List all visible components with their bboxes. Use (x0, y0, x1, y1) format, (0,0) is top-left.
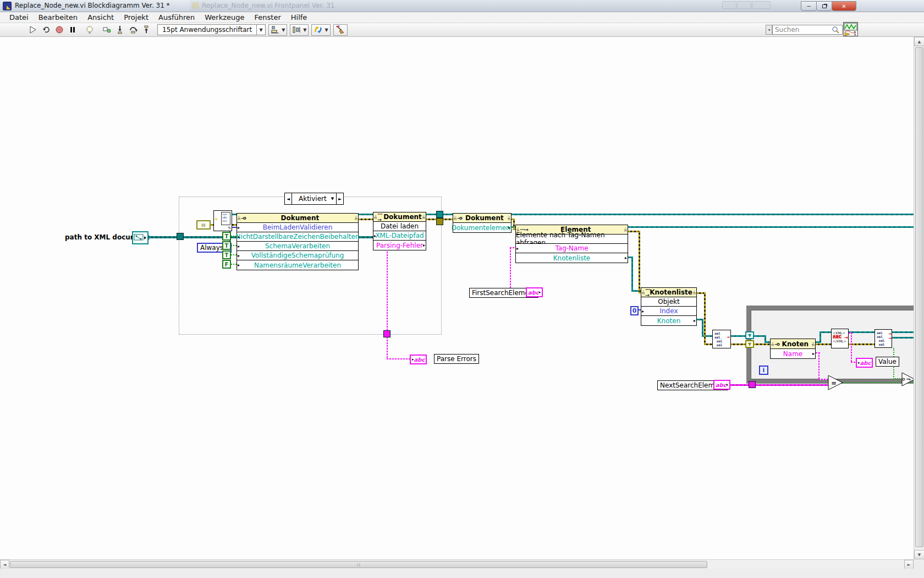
vertical-scrollbar[interactable]: ▲ ▼ (914, 37, 924, 559)
method-row[interactable]: Datei laden (373, 222, 426, 231)
font-selector[interactable]: 15pt Anwendungsschriftart ▼ (157, 24, 266, 35)
param-row[interactable]: Parsing-Fehler▸ (373, 241, 426, 250)
ref-wire[interactable] (443, 214, 453, 215)
bool-constant-true[interactable]: T (222, 232, 231, 241)
bool-constant-false[interactable]: F (222, 260, 231, 269)
equals-node[interactable]: = (828, 375, 844, 390)
chevron-down-icon[interactable]: ▼ (256, 25, 265, 35)
highlight-execution-button[interactable] (84, 24, 96, 36)
ref-wire[interactable] (765, 341, 770, 343)
param-row[interactable]: Knoten▸ (641, 316, 696, 325)
menu-ansicht[interactable]: Ansicht (82, 12, 119, 23)
ref-wire[interactable] (232, 214, 237, 215)
parse-errors-label[interactable]: Parse Errors (434, 354, 479, 364)
pause-button[interactable] (67, 24, 79, 36)
scroll-left-button[interactable]: ◄ (0, 560, 9, 569)
ref-wire[interactable] (731, 335, 746, 337)
error-wire[interactable] (359, 219, 373, 220)
ref-wire[interactable] (359, 214, 373, 215)
abort-button[interactable] (53, 24, 65, 36)
param-row[interactable]: ▸Tag-Name (516, 244, 628, 253)
menu-bearbeiten[interactable]: Bearbeiten (34, 12, 82, 23)
menu-ausfuehren[interactable]: Ausführen (153, 12, 200, 23)
close-button[interactable]: ✕ (832, 1, 856, 11)
menu-datei[interactable]: Datei (4, 12, 34, 23)
param-row[interactable]: ▸Index (641, 307, 696, 316)
menu-hilfe[interactable]: Hilfe (286, 12, 312, 23)
scroll-up-button[interactable]: ▲ (914, 37, 924, 46)
restore-button[interactable] (816, 1, 832, 11)
cleanup-diagram-button[interactable] (333, 24, 348, 36)
string-wire[interactable] (818, 352, 820, 380)
loop-iteration-terminal[interactable]: i (759, 366, 768, 375)
invoke-node-datei-laden[interactable]: ▯?! ⋯→ Dokument ▯?! Datei laden ▸XML-Dat… (373, 212, 426, 250)
retain-wire-values-button[interactable] (101, 24, 113, 36)
property-row[interactable]: ▸SchemaVerarbeiten (237, 242, 358, 251)
selector-prev-icon[interactable]: ◄ (285, 193, 292, 204)
selector-dropdown-icon[interactable]: ▼ (331, 197, 334, 201)
step-out-button[interactable] (140, 24, 152, 36)
minimize-button[interactable]: ─ (801, 1, 817, 11)
value-label[interactable]: Value (876, 357, 899, 367)
ref-wire[interactable] (820, 331, 821, 343)
tunnel-reference[interactable] (436, 211, 443, 218)
xml-node-convert-1[interactable]: xmlxml xml xml → (712, 330, 731, 348)
property-row[interactable]: Name▸ (771, 349, 815, 358)
numeric-constant-0[interactable]: 0 (630, 306, 639, 315)
distribute-objects-button[interactable]: ▼ (290, 24, 309, 36)
error-wire[interactable] (754, 343, 770, 345)
bool-constant-true[interactable]: T (222, 241, 231, 250)
horizontal-scroll-thumb[interactable]: ⁞⁞ (10, 561, 707, 568)
first-search-element-terminal[interactable]: abc▸ (526, 287, 543, 297)
ref-wire[interactable] (892, 331, 914, 333)
ref-wire[interactable] (702, 319, 703, 337)
horizontal-scrollbar[interactable]: ◄ ⁞⁞ ► (0, 559, 914, 569)
error-wire[interactable] (639, 231, 640, 293)
string-wire[interactable] (730, 384, 829, 386)
property-row[interactable]: ▸NichtDarstellbareZeichenBeibehalten (237, 232, 358, 242)
title-bar[interactable]: Replace_Node_new.vi Frontpanel Ver. 31 R… (0, 0, 924, 12)
bool-constant-true[interactable]: T (222, 250, 231, 259)
property-row[interactable]: ▸BeimLadenValidieren (237, 223, 358, 232)
tunnel-string-loop[interactable] (749, 381, 756, 388)
boolean-wire[interactable] (231, 245, 237, 246)
tunnel-error[interactable] (436, 218, 443, 225)
refnum-constant[interactable]: ▤ (196, 220, 211, 230)
search-scope-button[interactable]: ◂ (766, 25, 772, 35)
string-wire[interactable] (387, 358, 410, 359)
scroll-down-button[interactable]: ▼ (914, 550, 924, 559)
align-objects-button[interactable]: ▼ (268, 24, 287, 36)
value-terminal[interactable]: ▸abc (856, 358, 873, 368)
search-input[interactable]: Suchen (772, 25, 843, 35)
method-row[interactable]: Elemente nach Tag-Namen abfragen (516, 235, 628, 244)
boolean-wire[interactable] (231, 264, 237, 265)
step-over-button[interactable] (127, 24, 139, 36)
vi-icon[interactable]: 1 (843, 22, 858, 36)
xml-text-node[interactable]: <XML> ABC </XML> → (831, 329, 849, 348)
property-row[interactable]: Dokumentelement▸ (453, 223, 511, 232)
ref-wire[interactable] (820, 331, 831, 333)
path-control-terminal[interactable] (132, 231, 148, 244)
tunnel-string[interactable] (383, 330, 391, 337)
string-wire[interactable] (851, 362, 856, 363)
disable-structure-selector[interactable]: ◄ Aktiviert ▼ ► (284, 193, 344, 205)
ref-wire[interactable] (628, 226, 914, 228)
run-continuously-button[interactable] (40, 24, 52, 36)
block-diagram-canvas[interactable] (0, 37, 924, 559)
tunnel-path[interactable] (177, 233, 184, 240)
property-node-dokument[interactable]: ▯?! –o Dokument ▯?! ▸BeimLadenValidieren… (237, 213, 359, 270)
ref-wire[interactable] (631, 257, 633, 292)
step-into-button[interactable] (114, 24, 126, 36)
invoke-node-knotenliste[interactable]: ▯?! ⋯→ Knotenliste ▯?! Objekt ▸Index Kno… (641, 287, 697, 326)
new-xml-document-node[interactable]: ✳ <x><H><L> ✎ (213, 210, 232, 231)
parse-errors-terminal[interactable]: ▸abc (410, 355, 427, 364)
selector-next-icon[interactable]: ► (336, 193, 343, 204)
property-row[interactable]: ▸VollständigeSchemaprüfung (237, 251, 358, 260)
ref-wire[interactable] (892, 337, 914, 339)
ref-wire[interactable] (702, 335, 712, 337)
method-row[interactable]: Objekt (641, 297, 696, 307)
ref-wire[interactable] (512, 214, 914, 215)
invoke-node-element[interactable]: ▯?! ⋯→ Element ▯?! Elemente nach Tag-Nam… (515, 225, 628, 263)
string-wire[interactable] (510, 247, 515, 248)
scroll-right-button[interactable]: ► (904, 560, 914, 569)
